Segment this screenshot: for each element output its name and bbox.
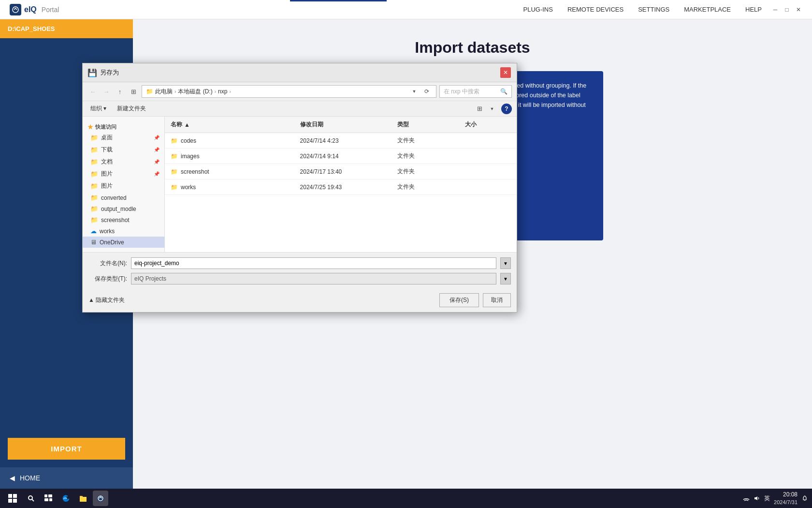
refresh-button[interactable]: ⟳: [421, 86, 432, 97]
path-seg-computer: 此电脑: [155, 88, 173, 96]
nav-marketplace[interactable]: MARKETPLACE: [684, 6, 731, 13]
file-row-images[interactable]: 📁 images 2024/7/14 9:14 文件夹: [165, 149, 517, 164]
minimize-button[interactable]: ─: [771, 6, 779, 14]
file-date-codes: 2024/7/14 4:23: [296, 136, 394, 146]
notification-icon[interactable]: [801, 495, 808, 502]
forward-button[interactable]: →: [101, 86, 112, 97]
nav-help[interactable]: HELP: [745, 6, 762, 13]
save-as-dialog[interactable]: 💾 另存为 ✕ ← → ↑ ⊞ 📁 此电脑 › 本地磁盘 (D:) › nxp …: [82, 63, 517, 313]
file-row-screenshot[interactable]: 📁 screenshot 2024/7/17 13:40 文件夹: [165, 164, 517, 179]
col-name-label: 名称: [171, 120, 182, 129]
view-button[interactable]: ⊞: [474, 104, 485, 114]
maximize-button[interactable]: □: [783, 6, 791, 14]
task-explorer[interactable]: [75, 491, 91, 506]
task-search[interactable]: [23, 491, 39, 506]
documents-folder-icon: 📁: [90, 158, 98, 165]
nav-links: PLUG-INS REMOTE DEVICES SETTINGS MARKETP…: [523, 6, 762, 13]
taskbar-right: 英 20:08 2024/7/31: [743, 491, 808, 506]
nav-onedrive[interactable]: ☁ works: [83, 225, 164, 237]
nav-settings[interactable]: SETTINGS: [638, 6, 669, 13]
pictures-folder-icon: 📁: [90, 170, 98, 178]
dialog-filelist[interactable]: 名称 ▲ 修改日期 类型 大小 📁: [165, 117, 517, 252]
filetype-dropdown[interactable]: ▼: [500, 273, 511, 284]
works-folder-icon: 📁: [90, 216, 98, 224]
app-logo: eIQ Portal: [10, 4, 59, 15]
nav-download[interactable]: 📁 下载 📌: [83, 144, 164, 156]
file-name-codes: 📁 codes: [165, 136, 296, 146]
new-folder-label: 新建文件夹: [117, 105, 146, 112]
new-folder-button[interactable]: 新建文件夹: [113, 103, 150, 114]
svg-point-5: [29, 496, 32, 500]
nav-documents[interactable]: 📁 文档 📌: [83, 156, 164, 168]
organize-button[interactable]: 组织 ▾: [87, 103, 109, 114]
help-button[interactable]: ?: [501, 104, 512, 114]
nav-works[interactable]: 📁 screenshot: [83, 214, 164, 225]
dialog-close-button[interactable]: ✕: [500, 67, 511, 78]
file-date-works: 2024/7/25 19:43: [296, 182, 394, 192]
close-button[interactable]: ✕: [795, 6, 802, 14]
task-edge[interactable]: [58, 491, 73, 506]
file-row-codes[interactable]: 📁 codes 2024/7/14 4:23 文件夹: [165, 133, 517, 149]
app-name: eIQ: [24, 5, 37, 14]
task-taskview[interactable]: [41, 491, 56, 506]
sidebar-path: D:\CAP_SHOES: [0, 19, 133, 38]
thispc-label: OneDrive: [100, 239, 124, 246]
folder-icon-images: 📁: [171, 153, 178, 160]
file-date-screenshot: 2024/7/17 13:40: [296, 167, 394, 177]
file-row-works[interactable]: 📁 works 2024/7/25 19:43 文件夹: [165, 179, 517, 195]
nav-output-modle[interactable]: 📁 converted: [83, 192, 164, 203]
desktop-folder-icon: 📁: [90, 134, 98, 141]
path-seg-1: 📁: [146, 88, 153, 95]
recent-button[interactable]: ⊞: [128, 86, 139, 97]
address-path[interactable]: 📁 此电脑 › 本地磁盘 (D:) › nxp › ▼ ⟳: [142, 85, 436, 98]
import-button[interactable]: IMPORT: [8, 438, 125, 460]
filename-dropdown[interactable]: ▼: [500, 257, 511, 269]
dialog-toolbar: 组织 ▾ 新建文件夹 ⊞ ▼ ?: [83, 101, 517, 117]
col-size[interactable]: 大小: [461, 119, 517, 131]
nav-screenshot[interactable]: 📁 output_modle: [83, 203, 164, 214]
home-button[interactable]: ◀ HOME: [0, 467, 133, 489]
path-sep-2: ›: [215, 89, 216, 94]
folder-icon-screenshot: 📁: [171, 168, 178, 175]
svg-line-6: [32, 499, 34, 501]
lang-indicator: 英: [764, 494, 770, 503]
back-button[interactable]: ←: [87, 86, 98, 97]
volume-icon: [754, 495, 760, 502]
output-modle-label: converted: [101, 194, 127, 201]
view-dropdown[interactable]: ▼: [487, 104, 497, 114]
col-name[interactable]: 名称 ▲: [165, 119, 296, 131]
screenshot-folder-icon: 📁: [90, 205, 98, 212]
converted-folder-icon: 📁: [90, 182, 98, 190]
dialog-addressbar: ← → ↑ ⊞ 📁 此电脑 › 本地磁盘 (D:) › nxp › ▼ ⟳ 在 …: [83, 82, 517, 101]
cancel-button[interactable]: 取消: [483, 293, 511, 307]
svg-rect-2: [13, 494, 17, 498]
taskbar: 英 20:08 2024/7/31: [0, 489, 812, 508]
path-seg-nxp: nxp: [218, 88, 227, 95]
window-controls: ─ □ ✕: [771, 6, 802, 14]
up-button[interactable]: ↑: [115, 86, 125, 97]
dialog-body: ★ 快速访问 📁 桌面 📌 📁 下载 📌 📁 文档 📌: [83, 117, 517, 252]
desktop-pin: 📌: [154, 135, 160, 140]
nav-converted[interactable]: 📁 图片: [83, 180, 164, 192]
nav-desktop[interactable]: 📁 桌面 📌: [83, 132, 164, 144]
nav-plugins[interactable]: PLUG-INS: [523, 6, 553, 13]
search-box[interactable]: 在 nxp 中搜索 🔍: [439, 85, 512, 98]
home-label: HOME: [20, 474, 40, 482]
filetype-input[interactable]: [131, 273, 496, 284]
addr-dropdown[interactable]: ▼: [409, 86, 420, 97]
col-type[interactable]: 类型: [393, 119, 461, 131]
col-date[interactable]: 修改日期: [296, 119, 394, 131]
nav-pictures[interactable]: 📁 图片 📌: [83, 168, 164, 180]
home-icon: ◀: [10, 474, 15, 482]
start-button[interactable]: [4, 491, 21, 506]
svg-rect-3: [8, 499, 12, 503]
nav-remote-devices[interactable]: REMOTE DEVICES: [567, 6, 624, 13]
hide-folders-button[interactable]: ▲ 隐藏文件夹: [88, 296, 125, 304]
filename-input[interactable]: [131, 257, 496, 269]
quick-access-header[interactable]: ★ 快速访问: [83, 120, 164, 132]
task-eiq[interactable]: [93, 491, 108, 506]
save-button[interactable]: 保存(S): [439, 293, 479, 307]
nav-thispc[interactable]: 🖥 OneDrive: [83, 237, 164, 248]
folder-icon-codes: 📁: [171, 137, 178, 144]
file-name-screenshot: 📁 screenshot: [165, 167, 296, 177]
